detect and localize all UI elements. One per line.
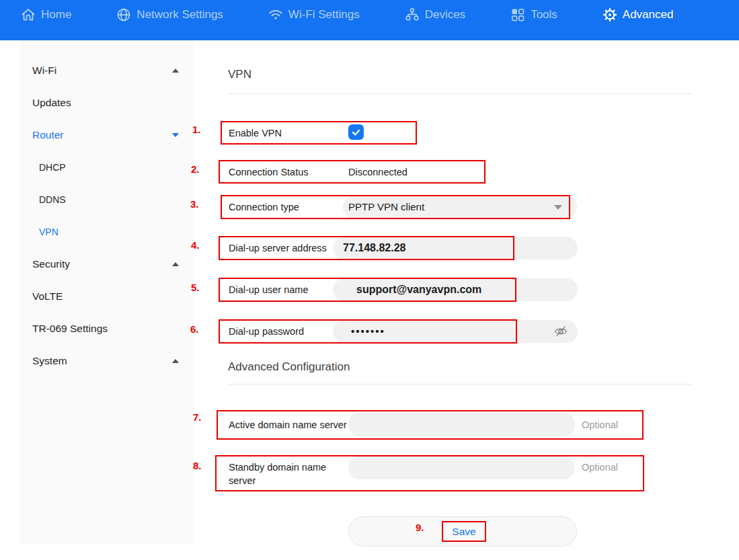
page-title: VPN [228,68,251,81]
sidebar-item-label: TR-069 Settings [32,323,108,335]
password-value: ••••••• [333,320,578,343]
sidebar-item-label: Router [32,129,64,141]
nav-item-wifi-settings[interactable]: Wi-Fi Settings [268,5,360,24]
nav-item-devices[interactable]: Devices [404,5,465,24]
optional-hint: Optional [582,419,618,430]
password-input[interactable]: ••••••• [333,320,578,343]
optional-hint: Optional [582,462,618,473]
sidebar-item-label: Security [32,258,70,270]
sidebar: Wi-Fi Updates Router DHCP DDNS VPN Secur… [20,40,194,545]
password-visibility-toggle[interactable] [552,323,570,340]
connection-type-select[interactable]: PPTP VPN client [343,196,577,218]
connection-status-label: Connection Status [229,166,309,178]
sidebar-item-dhcp[interactable]: DHCP [20,151,194,184]
nav-item-label: Network Settings [137,8,223,22]
active-dns-label: Active domain name server [229,419,347,431]
sidebar-item-label: Updates [32,97,71,109]
nav-item-label: Advanced [623,8,674,22]
nav-item-label: Tools [531,8,557,22]
nav-item-tools[interactable]: Tools [510,5,557,24]
sidebar-item-updates[interactable]: Updates [20,87,194,119]
sidebar-item-volte[interactable]: VoLTE [20,280,194,313]
devices-icon [404,7,420,23]
annotation-number-7: 7. [193,411,202,423]
connection-type-label: Connection type [229,201,299,213]
check-icon [350,126,362,138]
sidebar-item-system[interactable]: System [20,345,194,377]
divider [228,93,692,94]
sidebar-item-vpn[interactable]: VPN [20,216,194,248]
server-address-label: Dial-up server address [229,242,327,254]
sidebar-item-security[interactable]: Security [20,248,194,280]
active-dns-input[interactable] [348,413,575,436]
server-address-input[interactable]: 77.148.82.28 [333,237,578,259]
nav-item-advanced[interactable]: Advanced [602,5,674,24]
sidebar-item-label: System [32,355,67,367]
nav-item-label: Home [41,8,71,22]
sidebar-item-label: VPN [39,227,59,237]
gear-icon [602,7,618,23]
user-name-label: Dial-up user name [229,284,308,296]
sidebar-item-label: DHCP [39,162,66,173]
chevron-up-icon [172,69,179,73]
connection-type-value: PPTP VPN client [343,196,577,218]
user-name-input[interactable]: support@vanyavpn.com [333,278,578,301]
server-address-value: 77.148.82.28 [333,237,578,259]
section-title: Advanced Configuration [228,360,350,374]
sidebar-item-wifi[interactable]: Wi-Fi [20,54,194,87]
dropdown-arrow-icon [554,205,562,210]
router-admin-screen: Home Network Settings Wi-Fi Settings [0,0,739,560]
chevron-up-icon [172,359,179,363]
tools-icon [510,7,526,23]
sidebar-item-router[interactable]: Router [20,119,194,151]
nav-item-network-settings[interactable]: Network Settings [116,5,223,24]
standby-dns-input[interactable] [348,456,575,479]
sidebar-item-label: DDNS [39,194,66,205]
sidebar-item-ddns[interactable]: DDNS [20,184,194,216]
chevron-down-icon [172,133,179,137]
sidebar-item-label: VoLTE [32,290,63,303]
nav-item-home[interactable]: Home [20,5,71,24]
nav-item-label: Wi-Fi Settings [288,8,360,22]
enable-vpn-checkbox[interactable] [348,124,364,140]
sidebar-item-label: Wi-Fi [32,65,56,77]
connection-status-value: Disconnected [348,166,407,178]
wifi-icon [268,7,284,23]
home-icon [20,7,36,23]
enable-vpn-label: Enable VPN [229,127,282,139]
save-button-label[interactable]: Save [442,521,486,542]
top-nav: Home Network Settings Wi-Fi Settings [0,0,739,40]
chevron-up-icon [172,262,179,266]
password-label: Dial-up password [229,325,304,337]
standby-dns-label: Standby domain name server [229,461,343,487]
globe-icon [116,7,132,23]
divider [228,384,692,385]
annotation-number-8: 8. [193,460,202,471]
nav-item-label: Devices [425,8,465,22]
sidebar-item-tr069[interactable]: TR-069 Settings [20,313,194,345]
eye-off-icon [553,324,568,339]
user-name-value: support@vanyavpn.com [333,278,578,301]
